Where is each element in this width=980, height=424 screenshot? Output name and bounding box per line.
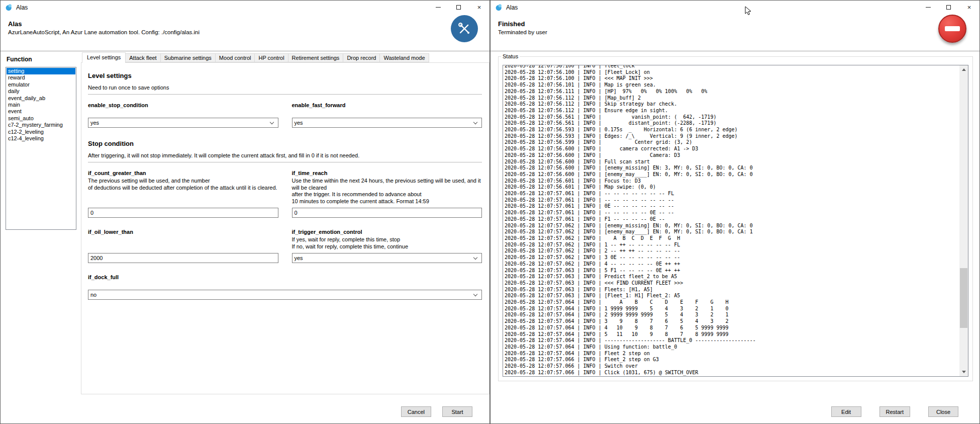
enable_stop_condition-select[interactable]: yes	[88, 118, 278, 128]
alas-log-window: Alas × Finished Terminated by user Statu…	[490, 0, 980, 424]
log-line: 2020-05-28 12:07:56.600 | INFO | camera …	[505, 146, 958, 152]
field-label: if_trigger_emotion_control	[292, 229, 482, 235]
if_dock_full-select[interactable]: no	[88, 290, 482, 300]
titlebar[interactable]: Alas ×	[491, 1, 979, 14]
log-line: 2020-05-28 12:07:57.064 | INFO | -------…	[505, 337, 958, 344]
tab-submarine-settings[interactable]: Submarine settings	[160, 53, 216, 62]
log-line: 2020-05-28 12:07:57.062 | INFO | A B C D…	[505, 235, 958, 242]
log-line: 2020-05-28 12:07:57.064 | INFO | 2 9999 …	[505, 312, 958, 318]
log-line: 2020-05-28 12:07:56.593 | INFO | 0.175s …	[505, 127, 958, 133]
function-item-c12-4_leveling[interactable]: c12-4_leveling	[7, 135, 75, 142]
field-desc: The previous setting will be used, and t…	[88, 178, 278, 191]
function-item-event[interactable]: event	[7, 108, 75, 115]
stopped-icon	[938, 15, 966, 43]
log-line: 2020-05-28 12:07:56.561 | INFO | vanish_…	[505, 114, 958, 121]
log-line: 2020-05-28 12:07:56.100 | INFO | [Fleet_…	[505, 69, 958, 76]
log-line: 2020-05-28 12:07:56.112 | INFO | Ensure …	[505, 108, 958, 114]
status-group-label: Status	[501, 53, 520, 59]
chevron-down-icon	[473, 255, 477, 259]
tab-wasteland-mode[interactable]: Wasteland mode	[379, 53, 429, 62]
close-button[interactable]: ×	[959, 1, 979, 14]
field-label: if_time_reach	[292, 170, 482, 176]
selected-value: yes	[90, 120, 270, 126]
selected-value: no	[90, 292, 474, 298]
tab-page-level-settings: Level settings Need to run once to save …	[81, 62, 489, 394]
field-label: if_oil_lower_than	[88, 229, 278, 235]
close-run-button[interactable]: Close	[928, 406, 958, 417]
log-area[interactable]: 2020-05-28 12:07:56.100 | INFO | fleet_l…	[503, 65, 968, 377]
divider	[88, 94, 482, 95]
log-line: 2020-05-28 12:07:57.062 | INFO | 4 -- --…	[505, 261, 958, 268]
field-label: if_dock_full	[88, 274, 482, 280]
if_oil_lower_than-input[interactable]	[88, 253, 278, 263]
edit-button[interactable]: Edit	[831, 406, 861, 417]
cancel-button[interactable]: Cancel	[401, 406, 431, 417]
field-if_dock_full: if_dock_full no	[88, 274, 482, 300]
minimize-button[interactable]	[918, 1, 938, 14]
tab-hp-control[interactable]: HP control	[254, 53, 288, 62]
function-list[interactable]: settingrewardemulatordailyevent_daily_ab…	[6, 67, 76, 230]
log-line: 2020-05-28 12:07:56.600 | INFO | Full sc…	[505, 159, 958, 165]
log-line: 2020-05-28 12:07:57.064 | INFO | Using f…	[505, 344, 958, 351]
alas-settings-window: Alas × Alas AzurLaneAutoScript, An Azur …	[0, 0, 490, 424]
function-item-c12-2_leveling[interactable]: c12-2_leveling	[7, 129, 75, 135]
field-if_trigger_emotion_control: if_trigger_emotion_control If yes, wait …	[292, 229, 482, 263]
restart-button[interactable]: Restart	[879, 406, 910, 417]
field-if_oil_lower_than: if_oil_lower_than	[88, 229, 278, 263]
maximize-button[interactable]	[448, 1, 469, 14]
tab-retirement-settings[interactable]: Retirement settings	[288, 53, 344, 62]
tab-drop-record[interactable]: Drop record	[343, 53, 380, 62]
titlebar[interactable]: Alas ×	[1, 1, 489, 14]
tools-icon	[451, 15, 478, 42]
log-line: 2020-05-28 12:07:57.062 | INFO | [enemy_…	[505, 229, 958, 235]
field-label: enable_fast_forward	[292, 102, 482, 108]
log-line: 2020-05-28 12:07:56.112 | INFO | [Map_bu…	[505, 95, 958, 102]
function-item-semi_auto[interactable]: semi_auto	[7, 115, 75, 122]
log-line: 2020-05-28 12:07:57.064 | INFO | 5 11 10…	[505, 331, 958, 338]
if_count_greater_than-input[interactable]	[88, 208, 278, 218]
scrollbar-thumb[interactable]	[960, 268, 967, 328]
log-line: 2020-05-28 12:07:56.600 | INFO | Camera:…	[505, 152, 958, 159]
function-item-daily[interactable]: daily	[7, 88, 75, 95]
maximize-button[interactable]	[938, 1, 959, 14]
log-line: 2020-05-28 12:07:57.064 | INFO | 3 9 8 7…	[505, 318, 958, 325]
log-line: 2020-05-28 12:07:57.062 | INFO | [enemy_…	[505, 223, 958, 229]
section-title: Level settings	[88, 72, 482, 79]
page-title: Alas	[8, 20, 22, 28]
close-button[interactable]: ×	[469, 1, 489, 14]
log-scrollbar[interactable]	[959, 65, 968, 376]
field-label: enable_stop_condition	[88, 102, 278, 108]
window-title: Alas	[16, 4, 28, 11]
form-row-oil-emotion: if_oil_lower_than if_trigger_emotion_con…	[88, 229, 482, 263]
log-line: 2020-05-28 12:07:56.112 | INFO | Skip st…	[505, 101, 958, 108]
log-line: 2020-05-28 12:07:56.100 | INFO | fleet_l…	[505, 65, 958, 69]
tab-level-settings[interactable]: Level settings	[82, 52, 126, 63]
function-item-c7-2_mystery_farming[interactable]: c7-2_mystery_farming	[7, 122, 75, 128]
log-line: 2020-05-28 12:07:56.600 | INFO | [enemy_…	[505, 172, 958, 178]
log-line: 2020-05-28 12:07:57.062 | INFO | 1 -- ++…	[505, 242, 958, 248]
function-item-event_daily_ab[interactable]: event_daily_ab	[7, 95, 75, 102]
divider	[88, 162, 482, 162]
log-line: 2020-05-28 12:07:57.064 | INFO | A B C D…	[505, 299, 958, 306]
stop-section-title: Stop condition	[88, 140, 482, 147]
scroll-down-icon[interactable]	[959, 368, 968, 376]
log-line: 2020-05-28 12:07:57.063 | INFO | Predict…	[505, 274, 958, 280]
log-line: 2020-05-28 12:07:56.101 | INFO | Map is …	[505, 82, 958, 89]
status-group-box: 2020-05-28 12:07:56.100 | INFO | fleet_l…	[498, 56, 973, 381]
scroll-up-icon[interactable]	[959, 65, 968, 74]
function-item-setting[interactable]: setting	[7, 68, 75, 74]
if_time_reach-input[interactable]	[292, 208, 482, 218]
field-enable_fast_forward: enable_fast_forward yes	[292, 102, 482, 128]
minimize-button[interactable]	[428, 1, 448, 14]
if_trigger_emotion_control-select[interactable]: yes	[292, 253, 482, 263]
field-if_count_greater_than: if_count_greater_than The previous setti…	[88, 170, 278, 218]
function-item-main[interactable]: main	[7, 102, 75, 108]
enable_fast_forward-select[interactable]: yes	[292, 118, 482, 128]
form-row-conditions: if_count_greater_than The previous setti…	[88, 170, 482, 218]
tab-mood-control[interactable]: Mood control	[215, 53, 255, 62]
log-line: 2020-05-28 12:07:57.063 | INFO | <<< FIN…	[505, 280, 958, 287]
start-button[interactable]: Start	[442, 406, 472, 417]
function-item-emulator[interactable]: emulator	[7, 81, 75, 88]
function-item-reward[interactable]: reward	[7, 74, 75, 81]
tab-attack-fleet[interactable]: Attack fleet	[125, 53, 160, 62]
